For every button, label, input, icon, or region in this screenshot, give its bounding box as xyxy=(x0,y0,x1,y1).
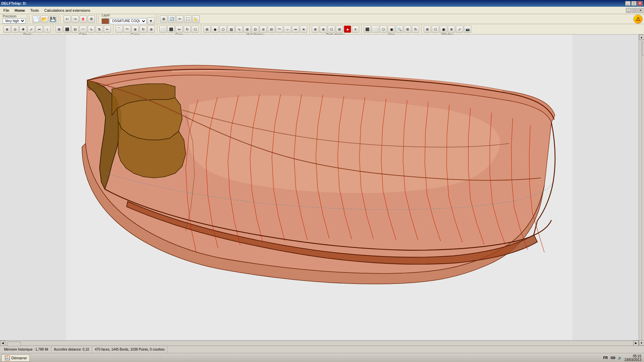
sep1 xyxy=(29,15,29,23)
view-front-btn[interactable]: ⬡ xyxy=(380,25,387,33)
point-move-btn[interactable]: ✥ xyxy=(19,25,27,33)
face-invert-btn[interactable]: ⬡ xyxy=(192,25,199,33)
view-top-btn[interactable]: ⬜ xyxy=(372,25,379,33)
curve-convert-btn[interactable]: ↻ xyxy=(140,25,147,33)
view-fit-btn[interactable]: ⊞ xyxy=(404,25,411,33)
face-extrude-btn[interactable]: ⬛ xyxy=(167,25,175,33)
tb-btn-1[interactable]: ⊞ xyxy=(160,15,167,23)
menu-file[interactable]: File xyxy=(1,8,12,13)
tank-show-btn[interactable]: ⊞ xyxy=(336,25,343,33)
hull-station-btn[interactable]: ⊞ xyxy=(244,25,251,33)
layer-dropdown-btn[interactable]: ▼ xyxy=(147,17,155,25)
keyboard-icon: ⌨ xyxy=(610,356,615,360)
minimize-button[interactable]: _ xyxy=(625,1,631,6)
point-collapse-btn[interactable]: ⊙ xyxy=(11,25,19,33)
hull-zebra-btn[interactable]: ▨ xyxy=(227,25,235,33)
layer-select[interactable]: OSSATURE COQUE xyxy=(110,18,147,24)
menu-tools[interactable]: Tools xyxy=(28,8,42,13)
curve-add-btn[interactable]: ⌒ xyxy=(115,25,123,33)
window-min-button[interactable]: _ xyxy=(626,8,631,13)
layer-label: Layer xyxy=(102,13,110,17)
edge-extrude-btn[interactable]: ⬛ xyxy=(63,25,71,33)
edge-insert-btn[interactable]: ⊞ xyxy=(55,25,63,33)
view-persp-btn[interactable]: ⬛ xyxy=(364,25,371,33)
menu-calculations[interactable]: Calculations and extensions xyxy=(42,8,93,13)
point-add-btn[interactable]: ⊕ xyxy=(3,25,11,33)
hull-flowlines-btn[interactable]: ≋ xyxy=(300,25,307,33)
viewport[interactable] xyxy=(0,35,639,340)
help-button[interactable]: ⚠ xyxy=(633,14,643,24)
point-mirror-btn[interactable]: ⇔ xyxy=(36,25,43,33)
edge-collapse-btn[interactable]: ⊟ xyxy=(71,25,79,33)
edge-crease-btn[interactable]: 〰 xyxy=(79,25,87,33)
scroll-right-btn[interactable]: ▶ xyxy=(633,341,639,346)
hull-curve-btn[interactable]: ∿ xyxy=(235,25,243,33)
window-fullscreen-btn[interactable]: ⤢ xyxy=(456,25,463,33)
tb-btn-3[interactable]: ✂ xyxy=(176,15,183,23)
redo-button[interactable]: ↪ xyxy=(71,15,79,23)
tank-level-btn[interactable]: ≡ xyxy=(352,25,359,33)
curve-intersect-btn[interactable]: ⊕ xyxy=(148,25,155,33)
edge-flip-btn[interactable]: ⇅ xyxy=(96,25,103,33)
precision-select[interactable]: Very high High Medium Low xyxy=(3,18,25,23)
tb-btn-5[interactable]: 📐 xyxy=(192,15,200,23)
delete-button[interactable]: 🗑 xyxy=(79,15,87,23)
maximize-button[interactable]: □ xyxy=(631,1,637,6)
status-bar: Mémoire historique : 1,788 Mi Accroître … xyxy=(0,346,644,353)
tank-add-btn[interactable]: ⊕ xyxy=(312,25,319,33)
point-project-btn[interactable]: ↕ xyxy=(44,25,51,33)
undo-button[interactable]: ↩ xyxy=(63,15,71,23)
window-new-btn[interactable]: ⊞ xyxy=(424,25,431,33)
face-mirror-btn[interactable]: ⇔ xyxy=(175,25,183,33)
layer-color-btn[interactable] xyxy=(102,18,109,24)
open-button[interactable]: 📂 xyxy=(41,15,48,23)
window-screenshot-btn[interactable]: 📷 xyxy=(464,25,471,33)
boat-viewport[interactable] xyxy=(0,35,639,340)
right-scrollbar[interactable]: ▲ ▼ xyxy=(639,35,644,346)
hull-shaded-btn[interactable]: ◉ xyxy=(211,25,219,33)
window-tile-btn[interactable]: ⬡ xyxy=(432,25,439,33)
new-button[interactable]: 📄 xyxy=(32,15,40,23)
save-button[interactable]: 💾 xyxy=(49,15,57,23)
window-cascade-btn[interactable]: ▣ xyxy=(440,25,447,33)
scroll-up-btn[interactable]: ▲ xyxy=(639,35,644,40)
scroll-thumb-v[interactable] xyxy=(642,42,644,55)
face-rotate-btn[interactable]: ↻ xyxy=(183,25,191,33)
tank-delete-btn[interactable]: ⊗ xyxy=(320,25,327,33)
window-close-button[interactable]: ✕ xyxy=(638,8,643,13)
settings-button[interactable]: ⚙ xyxy=(88,15,95,23)
scroll-down-btn[interactable]: ▼ xyxy=(639,340,644,346)
curve-edit-btn[interactable]: 〜 xyxy=(123,25,131,33)
view-rotate-btn[interactable]: ↻ xyxy=(412,25,419,33)
close-button[interactable]: ✕ xyxy=(637,1,643,6)
start-button[interactable]: 🪟 Démarrer xyxy=(1,354,30,362)
face-add-btn[interactable]: ⬜ xyxy=(159,25,167,33)
window-max-button[interactable]: □ xyxy=(632,8,637,13)
hull-hydro-btn[interactable]: ⬡ xyxy=(219,25,227,33)
hull-grid-btn[interactable]: ⊞ xyxy=(203,25,211,33)
curve-delete-btn[interactable]: ⊗ xyxy=(131,25,139,33)
hull-dim-btn[interactable]: ↔ xyxy=(284,25,291,33)
hull-buttock-btn[interactable]: ⊡ xyxy=(252,25,259,33)
title-bar-controls[interactable]: _ □ ✕ xyxy=(625,1,643,6)
view-zoom-btn[interactable]: 🔍 xyxy=(396,25,403,33)
tank-edit-btn[interactable]: ⬡ xyxy=(328,25,335,33)
window-close-all-btn[interactable]: ⊗ xyxy=(448,25,455,33)
point-select-btn[interactable]: ⤢ xyxy=(28,25,35,33)
tb-btn-4[interactable]: ⛶ xyxy=(184,15,192,23)
edge-split-btn[interactable]: ✁ xyxy=(104,25,111,33)
view-side-btn[interactable]: ▣ xyxy=(388,25,395,33)
volume-icon[interactable]: 🔊 xyxy=(618,356,622,360)
scroll-thumb-h[interactable] xyxy=(7,342,21,346)
hull-curv2-btn[interactable]: 〜 xyxy=(276,25,283,33)
edge-smooth-btn[interactable]: ∿ xyxy=(88,25,95,33)
hull-sym-btn[interactable]: ⇔ xyxy=(292,25,299,33)
tb-btn-2[interactable]: 🔄 xyxy=(168,15,175,23)
hull-ctrl-btn[interactable]: ⊟ xyxy=(268,25,275,33)
curve-icons: ⌒ 〜 ⊗ ↻ ⊕ xyxy=(115,25,155,33)
hull-diag-btn[interactable]: ⊘ xyxy=(260,25,267,33)
scroll-left-btn[interactable]: ◀ xyxy=(0,341,5,346)
menu-home[interactable]: Home xyxy=(12,8,28,13)
bottom-scrollbar[interactable]: ◀ ▶ xyxy=(0,340,639,346)
tank-color-btn[interactable]: ■ xyxy=(344,25,351,33)
